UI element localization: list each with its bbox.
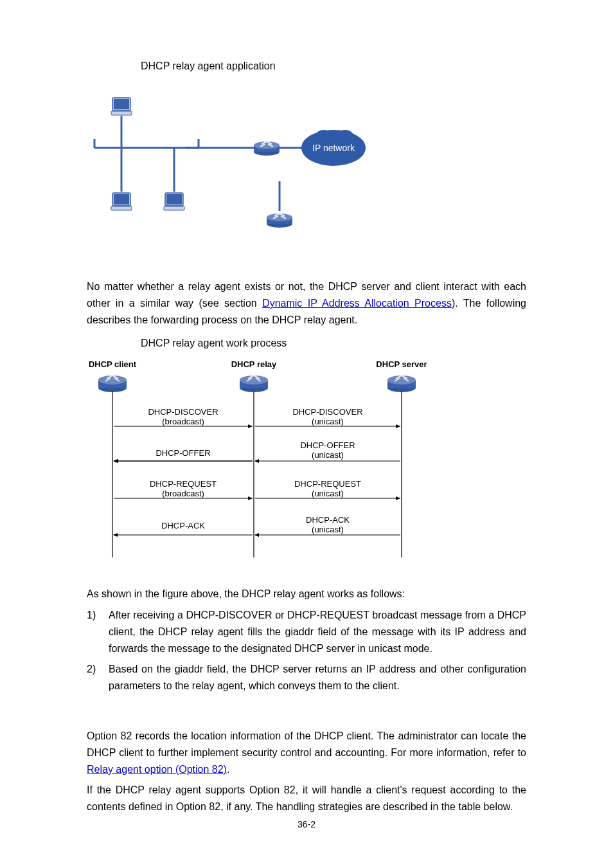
svg-text:(unicast): (unicast) bbox=[312, 417, 344, 426]
col-header-server: DHCP server bbox=[376, 359, 427, 369]
cloud-label: IP network bbox=[312, 143, 355, 153]
list-text: After receiving a DHCP-DISCOVER or DHCP-… bbox=[109, 607, 526, 657]
svg-text:(broadcast): (broadcast) bbox=[162, 417, 204, 426]
page-number: 36-2 bbox=[0, 819, 613, 829]
svg-text:(unicast): (unicast) bbox=[312, 489, 344, 498]
list-text: Based on the giaddr field, the DHCP serv… bbox=[109, 661, 526, 694]
svg-text:(broadcast): (broadcast) bbox=[162, 489, 204, 498]
router-icon bbox=[387, 375, 416, 392]
text-fragment: . bbox=[227, 764, 229, 775]
figure-1-caption: DHCP relay agent application bbox=[87, 58, 526, 75]
pc-icon bbox=[164, 193, 184, 210]
link-relay-agent-option82[interactable]: Relay agent option (Option 82) bbox=[87, 764, 227, 775]
pc-icon bbox=[111, 193, 132, 210]
paragraph-as-shown: As shown in the figure above, the DHCP r… bbox=[87, 586, 526, 602]
col-header-relay: DHCP relay bbox=[231, 359, 277, 369]
figure-1-diagram: IP network bbox=[89, 89, 436, 253]
list-item: 2) Based on the giaddr field, the DHCP s… bbox=[87, 661, 526, 694]
svg-text:(unicast): (unicast) bbox=[312, 450, 344, 460]
list-marker: 2) bbox=[87, 661, 109, 694]
ordered-list: 1) After receiving a DHCP-DISCOVER or DH… bbox=[87, 607, 526, 694]
svg-text:DHCP-OFFER: DHCP-OFFER bbox=[300, 440, 355, 450]
router-icon bbox=[240, 375, 268, 392]
router-icon bbox=[98, 375, 127, 392]
text-fragment: Option 82 records the location informati… bbox=[87, 730, 526, 758]
figure-2-diagram: DHCP client DHCP relay DHCP server DHCP-… bbox=[87, 358, 432, 563]
svg-text:DHCP-DISCOVER: DHCP-DISCOVER bbox=[148, 407, 218, 417]
svg-text:DHCP-DISCOVER: DHCP-DISCOVER bbox=[292, 407, 362, 417]
cloud-ip-network: IP network bbox=[301, 130, 366, 166]
svg-text:DHCP-ACK: DHCP-ACK bbox=[306, 515, 350, 525]
svg-text:(unicast): (unicast) bbox=[312, 525, 344, 534]
svg-point-20 bbox=[336, 130, 354, 144]
paragraph-intro: No matter whether a relay agent exists o… bbox=[87, 278, 526, 329]
svg-text:DHCP-REQUEST: DHCP-REQUEST bbox=[294, 479, 361, 489]
svg-text:DHCP-REQUEST: DHCP-REQUEST bbox=[150, 479, 217, 489]
svg-point-19 bbox=[315, 130, 333, 144]
list-item: 1) After receiving a DHCP-DISCOVER or DH… bbox=[87, 607, 526, 657]
svg-text:DHCP-ACK: DHCP-ACK bbox=[161, 521, 205, 530]
link-dynamic-ip-alloc[interactable]: Dynamic IP Address Allocation Process bbox=[262, 298, 452, 309]
paragraph-opt82-2: If the DHCP relay agent supports Option … bbox=[87, 782, 526, 815]
figure-2-caption: DHCP relay agent work process bbox=[87, 335, 526, 352]
router-icon bbox=[254, 141, 280, 156]
paragraph-opt82-1: Option 82 records the location informati… bbox=[87, 728, 526, 778]
pc-icon bbox=[111, 98, 132, 115]
svg-text:DHCP-OFFER: DHCP-OFFER bbox=[155, 448, 210, 458]
list-marker: 1) bbox=[87, 607, 109, 657]
router-icon bbox=[267, 213, 292, 228]
col-header-client: DHCP client bbox=[89, 359, 137, 369]
